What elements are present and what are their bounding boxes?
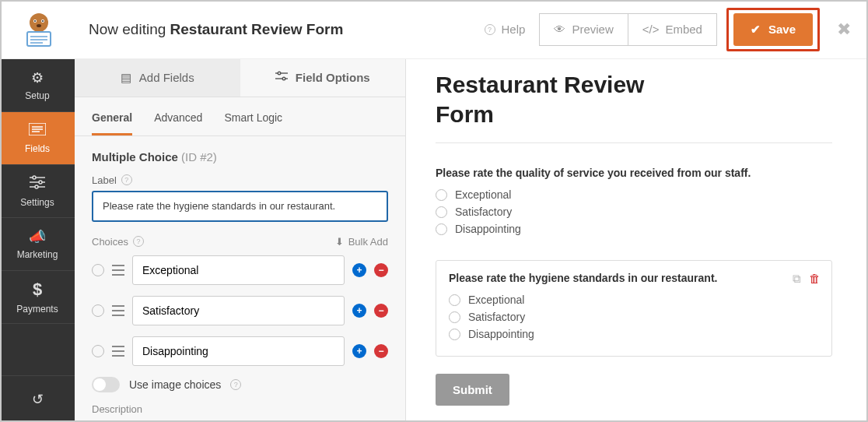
rail-payments[interactable]: $ Payments [0,271,75,324]
svg-point-0 [30,13,48,32]
svg-point-17 [39,181,42,184]
help-icon[interactable]: ? [133,236,144,247]
page-title: Now editing Restaurant Review Form [89,21,343,38]
radio-icon [436,189,447,201]
panel-body: Multiple Choice (ID #2) Label ? Choices … [75,136,405,422]
question-block-selected[interactable]: ⧉ 🗑 Please rate the hygiene standards in… [436,260,832,357]
drag-handle-icon[interactable] [112,265,124,276]
top-bar: Now editing Restaurant Review Form ? Hel… [0,0,868,59]
preview-button[interactable]: 👁 Preview [539,13,628,46]
svg-point-5 [37,24,41,27]
question-option[interactable]: Satisfactory [449,311,819,323]
sub-tab-advanced[interactable]: Advanced [154,107,202,135]
radio-icon [449,294,460,306]
label-title-text: Label [92,174,117,186]
tab-add-fields[interactable]: ▤ Add Fields [75,59,240,97]
field-type-label: Multiple Choice [92,150,178,164]
save-button[interactable]: ✔ Save [733,13,813,46]
save-highlight: ✔ Save [726,8,820,51]
sub-tab-smart[interactable]: Smart Logic [224,107,282,135]
trash-icon[interactable]: 🗑 [809,272,821,286]
rail-settings-label: Settings [20,197,54,208]
eye-icon: 👁 [554,23,565,36]
bullhorn-icon: 📣 [29,228,46,245]
option-text: Exceptional [455,188,511,201]
help-icon[interactable]: ? [121,174,132,185]
code-icon: </> [642,23,660,36]
choice-default-radio[interactable] [92,304,104,317]
question-option[interactable]: Satisfactory [436,206,832,218]
embed-label: Embed [665,23,702,36]
add-choice-button[interactable]: + [352,304,366,318]
remove-choice-button[interactable]: − [374,263,388,277]
sliders-icon [30,175,45,193]
question-block[interactable]: Please rate the quality of service you r… [436,164,832,243]
radio-icon [449,329,460,340]
question-option[interactable]: Disappointing [436,223,832,235]
add-choice-button[interactable]: + [352,344,366,358]
duplicate-icon[interactable]: ⧉ [793,272,801,286]
rail-settings[interactable]: Settings [0,165,75,218]
choice-default-radio[interactable] [92,264,104,276]
svg-point-21 [278,72,281,76]
image-choices-label: Use image choices [129,378,221,391]
question-actions: ⧉ 🗑 [793,272,821,286]
remove-choice-button[interactable]: − [374,344,388,358]
question-option[interactable]: Exceptional [449,294,819,306]
choice-input[interactable] [132,255,345,285]
svg-point-4 [42,20,44,22]
bulk-add-button[interactable]: ⬇ Bulk Add [335,236,388,248]
help-icon: ? [485,24,495,35]
choice-input[interactable] [132,296,345,325]
dollar-icon: $ [33,280,42,300]
description-label: Description [92,403,388,415]
label-input[interactable] [92,191,388,222]
submit-button[interactable]: Submit [436,374,509,406]
rail-setup[interactable]: ⚙ Setup [0,59,75,112]
option-text: Satisfactory [455,206,512,218]
drag-handle-icon[interactable] [112,346,124,357]
sub-tab-general[interactable]: General [92,107,132,135]
field-heading: Multiple Choice (ID #2) [92,150,388,164]
rail-fields[interactable]: Fields [0,112,75,165]
help-label: Help [502,23,526,36]
rail-payments-label: Payments [16,304,58,315]
svg-rect-6 [27,32,51,46]
gear-icon: ⚙ [31,69,44,86]
add-choice-button[interactable]: + [352,263,366,277]
field-id-label: (ID #2) [181,150,217,164]
choice-default-radio[interactable] [92,345,104,357]
rail-fields-label: Fields [25,143,50,154]
question-option[interactable]: Exceptional [436,188,832,201]
close-icon[interactable]: ✖ [837,19,851,40]
app-logo [17,8,61,51]
radio-icon [436,206,447,218]
label-title: Label ? [92,174,388,186]
rail-setup-label: Setup [25,90,49,101]
help-button[interactable]: ? Help [471,13,540,46]
form-name[interactable]: Restaurant Review Form [170,21,344,37]
drag-handle-icon[interactable] [112,305,124,316]
help-icon[interactable]: ? [230,379,241,390]
rail-revisions[interactable]: ↺ [0,375,75,422]
choice-row: + − [92,255,388,285]
rail-marketing-label: Marketing [17,249,58,260]
rail-marketing[interactable]: 📣 Marketing [0,218,75,271]
svg-point-23 [282,78,285,81]
tab-add-fields-label: Add Fields [139,71,194,84]
image-choices-toggle[interactable] [92,377,120,392]
choice-row: + − [92,296,388,325]
remove-choice-button[interactable]: − [374,304,388,318]
question-option[interactable]: Disappointing [449,328,819,340]
tab-field-options[interactable]: Field Options [240,59,406,97]
option-text: Exceptional [468,294,524,306]
list-icon: ▤ [121,71,131,85]
svg-point-3 [34,20,36,22]
option-text: Disappointing [455,223,521,235]
options-sidebar: ▤ Add Fields Field Options General Advan… [75,59,406,422]
choice-input[interactable] [132,336,345,366]
left-rail: ⚙ Setup Fields Settings 📣 Marketing $ Pa… [0,59,75,422]
embed-button[interactable]: </> Embed [628,13,717,46]
radio-icon [449,311,460,323]
option-text: Satisfactory [468,311,525,323]
